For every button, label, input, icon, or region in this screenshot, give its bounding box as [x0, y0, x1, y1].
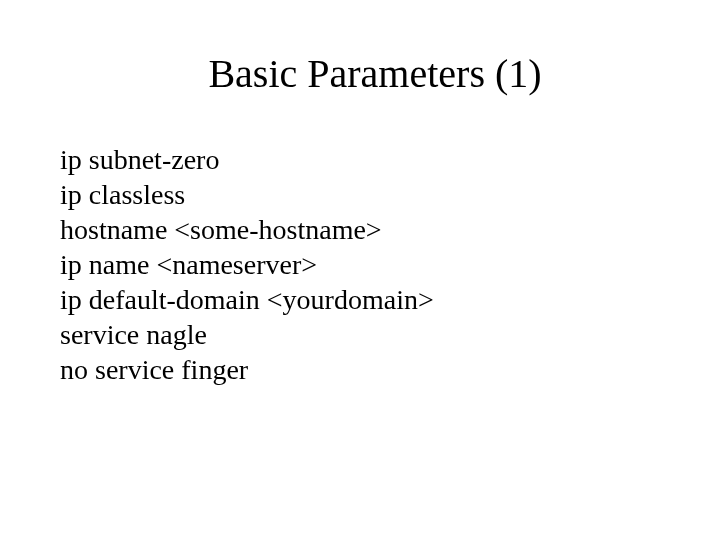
config-line: no service finger — [60, 352, 660, 387]
config-line: ip name <nameserver> — [60, 247, 660, 282]
config-line: ip classless — [60, 177, 660, 212]
config-line: ip default-domain <yourdomain> — [60, 282, 660, 317]
config-line: ip subnet-zero — [60, 142, 660, 177]
config-line: service nagle — [60, 317, 660, 352]
slide-title: Basic Parameters (1) — [90, 50, 660, 97]
config-line: hostname <some-hostname> — [60, 212, 660, 247]
slide: Basic Parameters (1) ip subnet-zero ip c… — [0, 0, 720, 540]
slide-content: ip subnet-zero ip classless hostname <so… — [60, 142, 660, 387]
